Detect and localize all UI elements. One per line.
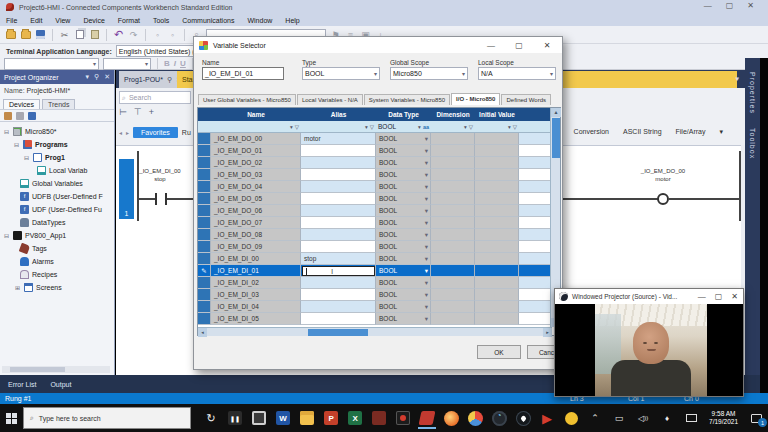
filter-dimension[interactable]: ▾▽: [431, 121, 475, 133]
browser-app-icon[interactable]: [464, 407, 486, 429]
tab-properties[interactable]: Properties: [749, 72, 756, 114]
scroll-up-icon[interactable]: ▲: [551, 108, 561, 117]
excel-icon[interactable]: X: [344, 407, 366, 429]
pin-icon[interactable]: ⚲: [94, 73, 99, 81]
taskbar-search-input[interactable]: ⌕ Type here to search: [23, 407, 191, 429]
map-pin-app-icon[interactable]: [512, 407, 534, 429]
font-size-select[interactable]: ▾: [103, 58, 151, 70]
menu-help[interactable]: Help: [285, 17, 299, 24]
table-row[interactable]: _IO_EM_DO_07BOOL▾: [198, 217, 552, 229]
tree-item-tags[interactable]: Tags: [0, 242, 114, 255]
tab-list-dropdown-icon[interactable]: ▾: [735, 75, 739, 83]
alias-edit-input[interactable]: I: [302, 266, 375, 276]
ok-button[interactable]: OK: [477, 345, 521, 359]
category-ru[interactable]: Ru: [182, 129, 191, 136]
tab-user-global-variables[interactable]: User Global Variables - Micro850: [198, 94, 296, 105]
close-button[interactable]: ✕: [747, 1, 754, 10]
table-row[interactable]: _IO_EM_DI_00stopBOOL▾: [198, 253, 552, 265]
start-button[interactable]: [0, 404, 23, 432]
open-project-icon[interactable]: [20, 29, 31, 40]
table-row[interactable]: _IO_EM_DO_06BOOL▾: [198, 205, 552, 217]
bold-button[interactable]: B: [164, 59, 170, 68]
col-header-dimension[interactable]: Dimension: [431, 108, 475, 121]
menu-format[interactable]: Format: [118, 17, 140, 24]
category-more-dropdown-icon[interactable]: ▾: [719, 128, 723, 136]
scroll-left-icon[interactable]: ◂: [198, 328, 207, 337]
dialog-close-button[interactable]: ✕: [534, 37, 560, 53]
media-play-icon[interactable]: ▶: [536, 407, 558, 429]
organize-view-icon[interactable]: [28, 112, 36, 120]
type-select[interactable]: BOOL▾: [302, 67, 380, 80]
microphone-icon[interactable]: ♦: [656, 407, 678, 429]
table-row[interactable]: _IO_EM_DI_03BOOL▾: [198, 289, 552, 301]
menu-tools[interactable]: Tools: [153, 17, 169, 24]
webcam-maximize-button[interactable]: ▢: [715, 292, 723, 301]
tree-item-udfb[interactable]: fUDFB (User-Defined F: [0, 190, 114, 203]
category-ascii-string[interactable]: ASCII String: [623, 128, 662, 136]
tree-item-micro850[interactable]: ⊟Micro850*: [0, 125, 114, 138]
menu-communications[interactable]: Communications: [182, 17, 234, 24]
powerpoint-icon[interactable]: P: [320, 407, 342, 429]
remove-device-icon[interactable]: [16, 112, 24, 120]
recorder-icon[interactable]: ↻: [200, 407, 222, 429]
active-app-icon[interactable]: [416, 407, 438, 429]
table-row[interactable]: _IO_EM_DO_03BOOL▾: [198, 169, 552, 181]
save-icon[interactable]: [35, 29, 46, 40]
volume-icon[interactable]: ◁)): [632, 407, 654, 429]
word-icon[interactable]: W: [272, 407, 294, 429]
tree-item-pv800[interactable]: ⊟PV800_App1: [0, 229, 114, 242]
grid-horizontal-scrollbar[interactable]: ◂ ▸: [198, 327, 552, 336]
scrollbar-thumb[interactable]: [308, 329, 368, 336]
add-device-icon[interactable]: [4, 112, 12, 120]
new-project-icon[interactable]: [5, 29, 16, 40]
table-row[interactable]: _IO_EM_DO_01BOOL▾: [198, 145, 552, 157]
menu-file[interactable]: File: [6, 17, 17, 24]
filter-name[interactable]: ▾▽: [211, 121, 301, 133]
table-row[interactable]: _IO_EM_DI_04BOOL▾: [198, 301, 552, 313]
tree-item-global-variables[interactable]: Global Variables: [0, 177, 114, 190]
paste-icon[interactable]: [89, 29, 100, 40]
tree-item-datatypes[interactable]: DataTypes: [0, 216, 114, 229]
tree-item-screens[interactable]: ⊞Screens: [0, 281, 114, 294]
instruction-search-input[interactable]: ⌕ Search: [119, 91, 191, 104]
table-row[interactable]: _IO_EM_DO_08BOOL▾: [198, 229, 552, 241]
hidden-icons-chevron[interactable]: ⌃: [584, 407, 606, 429]
tree-item-local-variables[interactable]: Local Variab: [0, 164, 114, 177]
tree-item-programs[interactable]: ⊟Programs: [0, 138, 114, 151]
underline-button[interactable]: U: [180, 59, 186, 68]
minimize-button[interactable]: —: [704, 1, 712, 10]
taskbar-clock[interactable]: 9:58 AM 7/19/2021: [709, 410, 738, 427]
filter-datatype[interactable]: BOOL▾aa: [376, 121, 431, 133]
scroll-right-icon[interactable]: ▸: [543, 328, 552, 337]
tree-item-alarms[interactable]: Alarms: [0, 255, 114, 268]
branch-tool-icon[interactable]: ⊤: [134, 107, 142, 117]
name-field[interactable]: _IO_EM_DI_01: [202, 67, 284, 80]
table-row[interactable]: _IO_EM_DI_05BOOL▾: [198, 313, 552, 325]
redo-icon[interactable]: ↷: [128, 29, 139, 40]
table-row[interactable]: _IO_EM_DO_00motorBOOL▾: [198, 133, 552, 145]
scrollbar-thumb[interactable]: [552, 118, 560, 158]
webcam-close-button[interactable]: ✕: [731, 292, 738, 301]
connect-display-icon[interactable]: [680, 407, 702, 429]
coil-symbol[interactable]: [657, 193, 669, 205]
contact-tool-icon[interactable]: ⊢: [119, 107, 127, 117]
font-family-select[interactable]: ▾: [4, 58, 99, 70]
tab-trends[interactable]: Trends: [42, 99, 76, 109]
contact-symbol[interactable]: [155, 193, 157, 205]
menu-view[interactable]: View: [55, 17, 70, 24]
notification-center-icon[interactable]: 1: [744, 407, 768, 429]
webcam-minimize-button[interactable]: —: [698, 292, 706, 301]
table-row[interactable]: _IO_EM_DI_02BOOL▾: [198, 277, 552, 289]
gauge-app-icon[interactable]: ◔: [488, 407, 510, 429]
copy-icon[interactable]: [74, 29, 85, 40]
col-header-alias[interactable]: Alias: [301, 108, 376, 121]
global-scope-select[interactable]: Micro850▾: [390, 67, 468, 80]
tree-item-recipes[interactable]: Recipes: [0, 268, 114, 281]
pause-button[interactable]: ❚❚: [224, 407, 246, 429]
tab-error-list[interactable]: Error List: [8, 381, 36, 388]
undo-icon[interactable]: ↶: [113, 29, 124, 40]
col-header-datatype[interactable]: Data Type: [376, 108, 431, 121]
dialog-maximize-button[interactable]: ▢: [506, 37, 532, 53]
filter-alias[interactable]: ▾▽: [301, 121, 376, 133]
menu-device[interactable]: Device: [83, 17, 104, 24]
